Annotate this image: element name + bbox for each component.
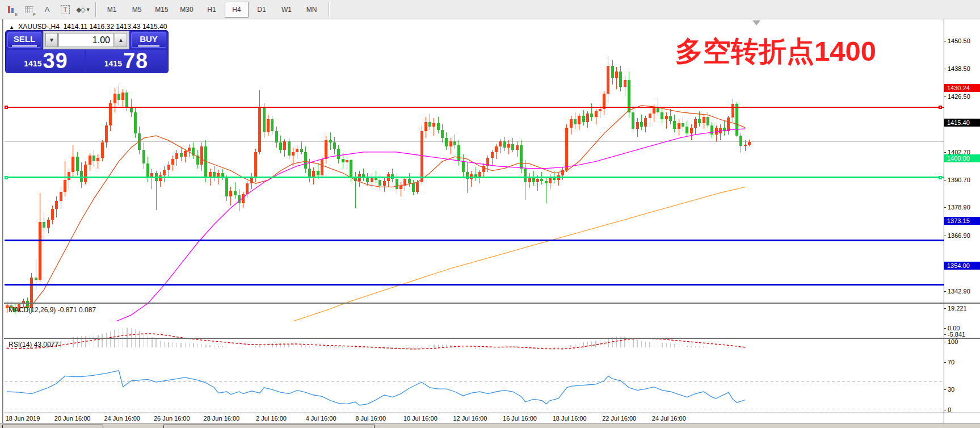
rsi-axis-label: 70 — [948, 359, 954, 366]
price-tick-mark — [944, 291, 946, 292]
macd-pane[interactable] — [5, 324, 944, 356]
timeframe-h4[interactable]: H4 — [225, 2, 249, 18]
timeframe-mn[interactable]: MN — [300, 2, 323, 18]
price-tick-mark — [944, 152, 946, 153]
date-label: 20 Jun 16:00 — [54, 415, 91, 422]
rsi-axis-label-tick — [944, 410, 946, 410]
symbol-ohlc-header: ▲ XAUUSD-,H4 1414.11 1416.32 1413.43 141… — [9, 23, 167, 31]
volume-increase-button[interactable]: ▲ — [115, 33, 127, 47]
volume-decrease-button[interactable]: ▼ — [45, 33, 58, 47]
price-badge: 1400.00 — [944, 154, 980, 162]
rsi-axis-label: 0 — [948, 406, 951, 413]
price-tick-mark — [944, 41, 946, 41]
timeframe-d1[interactable]: D1 — [250, 2, 274, 18]
date-label: 16 Jul 16:00 — [503, 415, 537, 422]
rsi-indicator-label: RSI(14) 43.0077 — [9, 341, 58, 349]
price-tick-mark — [944, 69, 946, 69]
rsi-axis-label-tick — [944, 362, 946, 363]
price-tick-mark — [944, 207, 946, 208]
price-tick-mark — [944, 236, 946, 236]
toolbar-separator — [95, 2, 96, 17]
symbol-label: XAUUSD-,H4 — [18, 23, 60, 31]
timeframe-m30[interactable]: M30 — [175, 2, 199, 18]
macd-axis-label-tick — [944, 328, 946, 329]
timeframe-m5[interactable]: M5 — [125, 2, 149, 18]
rsi-axis-label-tick — [944, 342, 946, 342]
macd-pane-separator[interactable] — [4, 303, 980, 304]
price-tick-label: 1342.90 — [948, 288, 970, 295]
timeframe-bar: M1M5M15M30H1H4D1W1MN — [99, 2, 324, 18]
toolbar-separator-2 — [329, 2, 330, 17]
open-value: 1414.11 — [64, 23, 88, 31]
date-label: 18 Jun 2019 — [6, 415, 40, 422]
chart-window — [0, 19, 980, 428]
one-click-trading-panel: SELL ▼ ▲ BUY 1415 39 1415 78 — [6, 31, 168, 73]
date-label: 8 Jul 16:00 — [355, 415, 386, 422]
ask-price-small: 1415 — [104, 59, 122, 68]
rsi-axis-label: 100 — [948, 338, 958, 345]
timeframe-w1[interactable]: W1 — [275, 2, 298, 18]
bid-price-big: 39 — [43, 51, 68, 70]
macd-indicator-label: MACD(12,26,9) -0.871 0.087 — [9, 306, 96, 314]
price-badge: 1373.15 — [944, 217, 980, 225]
price-tick-label: 1366.90 — [948, 232, 970, 239]
date-label: 10 Jul 16:00 — [403, 415, 438, 422]
docked-window-stub — [2, 425, 103, 428]
volume-input[interactable] — [58, 33, 114, 47]
macd-axis-label-tick — [944, 308, 946, 309]
window-frame-left-highlight — [3, 19, 4, 423]
date-label: 24 Jul 16:00 — [652, 415, 686, 422]
chart-annotation-text[interactable]: 多空转折点1400 — [675, 33, 876, 70]
bid-quote[interactable]: 1415 39 — [7, 50, 85, 72]
grid-icon[interactable]: F — [22, 3, 36, 16]
date-label: 12 Jul 16:00 — [453, 415, 487, 422]
macd-axis-label-tick — [944, 334, 946, 335]
macd-axis-label: -5.841 — [948, 331, 965, 338]
collapse-triangle-icon[interactable]: ▲ — [9, 24, 14, 30]
text-box-icon[interactable]: T — [58, 3, 73, 16]
chart-shift-marker-icon[interactable] — [752, 20, 760, 26]
time-axis-separator — [4, 413, 980, 413]
timeframe-m15[interactable]: M15 — [150, 2, 174, 18]
bottom-dock-strip — [0, 423, 980, 428]
price-tick-label: 1426.50 — [948, 93, 970, 100]
ask-price-big: 78 — [123, 51, 148, 70]
buy-button[interactable]: BUY — [131, 32, 166, 48]
ask-quote[interactable]: 1415 78 — [86, 50, 166, 72]
new-chart-icon[interactable]: E — [3, 3, 18, 16]
rsi-axis-label: 30 — [948, 386, 954, 393]
date-label: 24 Jun 16:00 — [104, 415, 140, 422]
price-tick-mark — [944, 96, 946, 97]
price-badge: 1430.24 — [944, 84, 980, 92]
price-chart[interactable] — [5, 39, 944, 321]
docked-window-stub — [163, 425, 375, 428]
shapes-icon[interactable]: ◆◇▼ — [76, 3, 91, 16]
high-value: 1416.32 — [89, 23, 113, 31]
date-label: 4 Jul 16:00 — [306, 415, 337, 422]
macd-axis-label: 19.221 — [948, 305, 967, 312]
price-tick-label: 1378.90 — [948, 204, 970, 211]
sell-button[interactable]: SELL — [7, 32, 41, 48]
cursor-a-icon[interactable]: A — [40, 3, 54, 16]
price-badge: 1415.40 — [944, 119, 980, 127]
low-value: 1413.43 — [116, 23, 140, 31]
price-tick-label: 1390.70 — [948, 177, 970, 183]
price-tick-mark — [944, 180, 946, 181]
date-label: 22 Jul 16:00 — [602, 415, 636, 422]
date-label: 18 Jul 16:00 — [553, 415, 587, 422]
top-toolbar: E F A T ◆◇▼ M1M5M15M30H1H4D1W1MN — [0, 0, 980, 19]
price-tick-label: 1438.50 — [948, 65, 970, 72]
date-label: 28 Jun 16:00 — [204, 415, 240, 422]
rsi-axis-label-tick — [944, 389, 946, 390]
date-label: 2 Jul 16:00 — [256, 415, 287, 422]
bid-price-small: 1415 — [24, 59, 41, 68]
timeframe-h1[interactable]: H1 — [200, 2, 224, 18]
price-tick-label: 1450.50 — [948, 37, 970, 44]
close-value: 1415.40 — [142, 23, 167, 31]
price-badge: 1354.00 — [944, 262, 980, 270]
date-label: 26 Jun 16:00 — [154, 415, 190, 422]
timeframe-m1[interactable]: M1 — [100, 2, 124, 18]
rsi-pane-separator[interactable] — [4, 338, 980, 339]
